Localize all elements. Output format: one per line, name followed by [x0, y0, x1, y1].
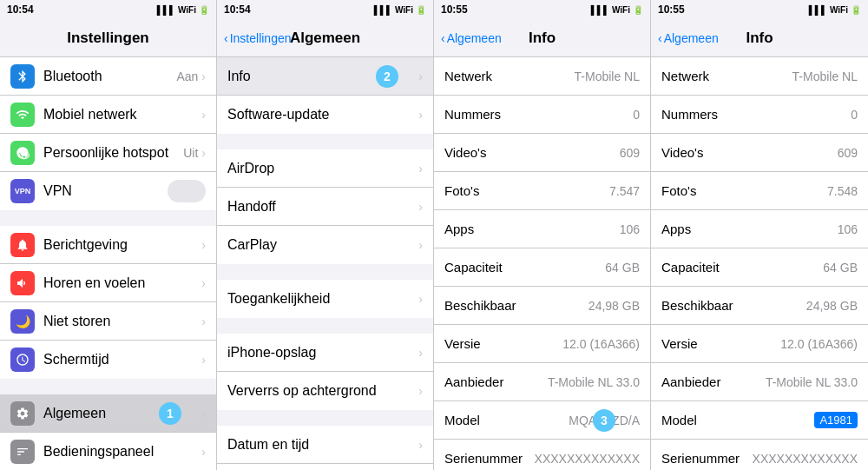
berichtgeving-chevron: › — [201, 238, 206, 252]
nietstoren-item[interactable]: 🌙 Niet storen › — [0, 302, 216, 341]
notify-icon — [10, 233, 35, 257]
model-item-1: Model 3 MQAC2ZD/A — [434, 401, 650, 440]
aanbieder-label-1: Aanbieder — [444, 374, 548, 389]
back-to-instellingen[interactable]: ‹ Instellingen — [224, 31, 292, 45]
mobiel-label: Mobiel netwerk — [43, 107, 201, 122]
vpn-icon: VPN — [10, 179, 35, 203]
verververs-label: Ververrs op achtergrond — [227, 383, 418, 399]
badge-1: 1 — [159, 402, 181, 425]
horen-item[interactable]: Horen en voelen › — [0, 264, 216, 302]
mobiel-item[interactable]: Mobiel netwerk › — [0, 96, 216, 134]
hotspot-icon — [10, 141, 35, 165]
time-3: 10:55 — [441, 3, 468, 16]
netwerk-item-1: Netwerk T-Mobile NL — [434, 57, 650, 96]
vpn-toggle[interactable] — [168, 180, 206, 202]
gear-icon — [10, 401, 35, 426]
apps-value-2: 106 — [838, 222, 858, 236]
sep-a4 — [217, 410, 433, 426]
toetsenbord-item[interactable]: Toetsenbord › — [217, 464, 433, 470]
nav-title-4: Info — [746, 30, 773, 47]
wifi-icon-4: WiFi — [830, 5, 848, 15]
sep1 — [0, 210, 216, 226]
signal-icon-4: ▌▌▌ — [809, 5, 827, 15]
airdrop-item[interactable]: AirDrop › — [217, 149, 433, 188]
bedieningspaneel-label: Bedieningspaneel — [43, 444, 201, 460]
software-item[interactable]: Software-update › — [217, 96, 433, 134]
time-1: 10:54 — [7, 3, 34, 16]
bedieningspaneel-item[interactable]: Bedieningspaneel › — [0, 433, 216, 470]
back-to-algemeen-3[interactable]: ‹ Algemeen — [441, 31, 502, 45]
serienummer-item-1: Serienummer XXXXXXXXXXXXX — [434, 440, 650, 470]
beschikbaar-value-1: 24,98 GB — [589, 299, 640, 313]
back-to-algemeen-4[interactable]: ‹ Algemeen — [658, 31, 719, 45]
screen-algemeen: 10:54 ▌▌▌ WiFi 🔋 ‹ Instellingen Algemeen… — [217, 0, 434, 470]
datumtijd-label: Datum en tijd — [227, 437, 418, 453]
aanbieder-value-2: T-Mobile NL 33.0 — [766, 375, 858, 389]
nummers-item-2: Nummers 0 — [651, 96, 868, 134]
info-list-1: Netwerk T-Mobile NL Nummers 0 Video's 60… — [434, 57, 650, 470]
mobiel-chevron: › — [201, 108, 206, 122]
versie-label-1: Versie — [444, 336, 562, 351]
algemeen-item[interactable]: Algemeen 1 › — [0, 394, 216, 433]
hotspot-item[interactable]: Persoonlijke hotspot Uit › — [0, 134, 216, 172]
iphoneopslag-item[interactable]: iPhone-opslag › — [217, 334, 433, 372]
vpn-label: VPN — [43, 183, 168, 199]
battery-icon: 🔋 — [199, 5, 209, 15]
nietstoren-label: Niet storen — [43, 314, 201, 329]
sep-a3 — [217, 318, 433, 334]
serienummer-label-1: Serienummer — [444, 451, 535, 466]
serienummer-item-2: Serienummer XXXXXXXXXXXXX — [651, 440, 868, 470]
beschikbaar-label-2: Beschikbaar — [661, 298, 806, 313]
datumtijd-chevron: › — [418, 438, 423, 452]
apps-label-1: Apps — [444, 222, 620, 236]
videos-item-1: Video's 609 — [434, 134, 650, 172]
section-2: Algemeen 1 › Bedieningspaneel › Beeldsch… — [0, 394, 216, 470]
signal-icon-3: ▌▌▌ — [591, 5, 609, 15]
aanbieder-item-2: Aanbieder T-Mobile NL 33.0 — [651, 363, 868, 401]
nav-title-2: Algemeen — [290, 30, 360, 47]
vpn-item[interactable]: VPN VPN — [0, 172, 216, 210]
capaciteit-value-1: 64 GB — [605, 261, 640, 275]
sep-a1 — [217, 134, 433, 149]
schermtijd-item[interactable]: Schermtijd › — [0, 341, 216, 379]
nav-header-4: ‹ Algemeen Info — [651, 19, 868, 57]
aanbieder-item-1: Aanbieder T-Mobile NL 33.0 — [434, 363, 650, 401]
section-0: Bluetooth Aan › Mobiel netwerk › Persoon… — [0, 57, 216, 210]
sep-a2 — [217, 264, 433, 280]
toegankelijkheid-label: Toegankelijkheid — [227, 291, 418, 307]
nummers-label-2: Nummers — [661, 107, 851, 122]
handoff-chevron: › — [418, 200, 423, 214]
nummers-value-2: 0 — [851, 108, 858, 122]
schermtijd-chevron: › — [201, 353, 206, 367]
toegankelijkheid-item[interactable]: Toegankelijkheid › — [217, 280, 433, 318]
nav-title-1: Instellingen — [67, 30, 148, 47]
datumtijd-item[interactable]: Datum en tijd › — [217, 426, 433, 464]
signal-icon: ▌▌▌ — [157, 5, 175, 15]
info-item[interactable]: Info 2 › — [217, 57, 433, 96]
status-bar-3: 10:55 ▌▌▌ WiFi 🔋 — [434, 0, 650, 19]
screen-info-2: 10:55 ▌▌▌ WiFi 🔋 ‹ Algemeen Info Netwerk… — [651, 0, 868, 470]
netwerk-label-1: Netwerk — [444, 69, 575, 83]
software-chevron: › — [418, 108, 423, 122]
wifi-icon-3: WiFi — [612, 5, 630, 15]
info-chevron: › — [418, 70, 423, 83]
netwerk-item-2: Netwerk T-Mobile NL — [651, 57, 868, 96]
berichtgeving-label: Berichtgeving — [43, 237, 201, 253]
fotos-label-2: Foto's — [661, 183, 827, 198]
serienummer-value-2: XXXXXXXXXXXXX — [753, 452, 858, 466]
videos-label-2: Video's — [661, 145, 838, 160]
bluetooth-item[interactable]: Bluetooth Aan › — [0, 57, 216, 96]
verververs-item[interactable]: Ververrs op achtergrond › — [217, 372, 433, 410]
screen-info-1: 10:55 ▌▌▌ WiFi 🔋 ‹ Algemeen Info Netwerk… — [434, 0, 651, 470]
serienummer-label-2: Serienummer — [661, 451, 753, 466]
nummers-value-1: 0 — [633, 108, 640, 122]
versie-item-2: Versie 12.0 (16A366) — [651, 325, 868, 363]
handoff-item[interactable]: Handoff › — [217, 188, 433, 226]
videos-label-1: Video's — [444, 145, 620, 160]
netwerk-label-2: Netwerk — [661, 69, 792, 83]
berichtgeving-item[interactable]: Berichtgeving › — [0, 226, 216, 264]
iphoneopslag-label: iPhone-opslag — [227, 345, 418, 361]
capaciteit-item-1: Capaciteit 64 GB — [434, 248, 650, 287]
wifi-icon-2: WiFi — [395, 5, 413, 15]
carplay-item[interactable]: CarPlay › — [217, 226, 433, 264]
